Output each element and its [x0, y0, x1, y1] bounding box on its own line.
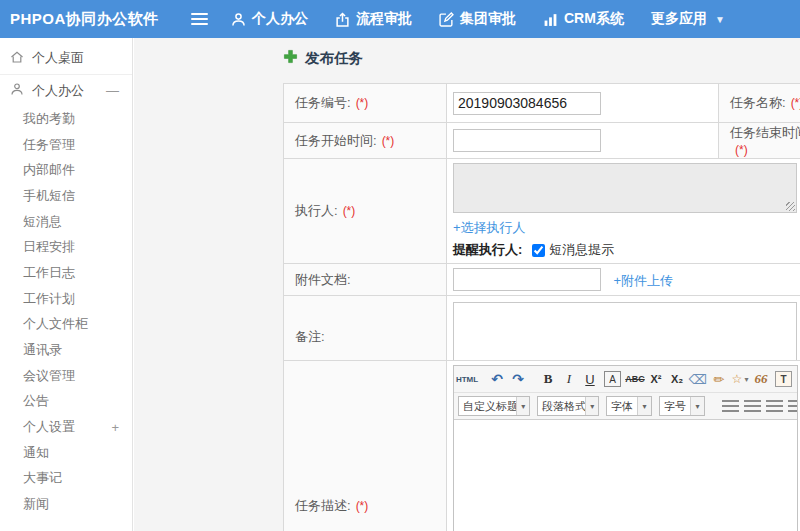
caret-down-icon: ▾ — [690, 397, 704, 415]
sidebar-item-meeting-management[interactable]: 会议管理 — [0, 363, 132, 389]
sidebar-item-milestones[interactable]: 大事记 — [0, 466, 132, 492]
sidebar-item-label: 新闻 — [23, 495, 49, 513]
sidebar-item-label: 通讯录 — [23, 341, 62, 359]
sidebar-item-contacts[interactable]: 通讯录 — [0, 337, 132, 363]
rich-text-editor: HTML ↶ ↷ B I U A ABC X² X₂ ⌫ ✏ — [453, 365, 798, 531]
description-label: 任务描述: — [295, 498, 351, 513]
strikethrough-icon[interactable]: ABC — [626, 369, 644, 389]
form-row-executor: 执行人:(*) +选择执行人 提醒执行人: 短消息提示 — [284, 159, 800, 264]
sidebar: 个人桌面 个人办公 — 我的考勤 任务管理 内部邮件 手机短信 短消息 日程安排… — [0, 38, 133, 531]
font-family-select[interactable]: 字体 ▾ — [606, 396, 652, 416]
font-style-icon[interactable]: A — [604, 371, 621, 387]
nav-more-apps[interactable]: 更多应用 ▼ — [651, 10, 725, 28]
remind-executor-label: 提醒执行人: — [453, 241, 522, 259]
sidebar-item-personal-desktop[interactable]: 个人桌面 — [0, 42, 132, 75]
sidebar-item-label: 个人办公 — [32, 82, 84, 100]
caret-down-icon: ▾ — [637, 397, 651, 415]
align-center-icon[interactable] — [744, 400, 761, 413]
sidebar-item-my-attendance[interactable]: 我的考勤 — [0, 106, 132, 132]
italic-icon[interactable]: I — [560, 369, 578, 389]
sidebar-item-label: 我的考勤 — [23, 110, 75, 128]
sidebar-item-label: 短消息 — [23, 213, 62, 231]
paragraph-format-select[interactable]: 段落格式 ▾ — [537, 396, 599, 416]
sidebar-item-personal-office[interactable]: 个人办公 — — [0, 75, 132, 106]
sidebar-item-short-message[interactable]: 短消息 — [0, 209, 132, 235]
nav-group-approval[interactable]: 集团审批 — [439, 10, 516, 28]
nav-workflow-approval[interactable]: 流程审批 — [335, 10, 412, 28]
redo-icon[interactable]: ↷ — [509, 369, 527, 389]
expand-icon[interactable]: + — [111, 414, 119, 440]
required-mark: (*) — [343, 204, 356, 218]
sidebar-item-personal-settings[interactable]: 个人设置 + — [0, 414, 132, 440]
font-size-select[interactable]: 字号 ▾ — [659, 396, 705, 416]
alignment-group — [722, 400, 797, 413]
executor-label: 执行人: — [295, 203, 338, 218]
required-mark: (*) — [382, 134, 395, 148]
workflow-approval-icon — [335, 12, 350, 27]
format-brush-icon[interactable]: ✏ — [710, 369, 728, 389]
custom-title-select[interactable]: 自定义标题 ▾ — [458, 396, 530, 416]
topbar: PHPOA协同办公软件 个人办公 流程审批 — [0, 0, 800, 38]
task-number-label: 任务编号: — [295, 95, 351, 110]
sidebar-item-announcement[interactable]: 公告 — [0, 389, 132, 415]
app-logo-title: PHPOA协同办公软件 — [10, 0, 159, 38]
editor-content-area[interactable] — [454, 420, 797, 531]
eraser-icon[interactable]: ⌫ — [689, 369, 707, 389]
source-code-icon[interactable]: HTML — [458, 369, 476, 389]
align-justify-icon[interactable] — [788, 400, 797, 413]
sidebar-item-label: 大事记 — [23, 469, 62, 487]
sidebar-item-label: 日程安排 — [23, 238, 75, 256]
phpoa-app: PHPOA协同办公软件 个人办公 流程审批 — [0, 0, 800, 531]
task-description-table: 任务描述:(*) HTML ↶ ↷ B I U A ABC X² — [283, 360, 800, 531]
sidebar-item-work-plan[interactable]: 工作计划 — [0, 286, 132, 312]
superscript-icon[interactable]: X² — [647, 369, 665, 389]
sidebar-item-label: 工作日志 — [23, 264, 75, 282]
executor-textarea[interactable] — [453, 163, 797, 213]
sms-remind-checkbox[interactable] — [532, 244, 545, 257]
sidebar-item-task-management[interactable]: 任务管理 — [0, 132, 132, 158]
form-row-task-number: 任务编号:(*) 任务名称:(*) — [284, 84, 800, 123]
task-number-input[interactable] — [453, 92, 601, 115]
autoformat-icon[interactable]: ☆▾ — [731, 369, 749, 389]
remark-textarea[interactable] — [453, 302, 797, 368]
blockquote-icon[interactable]: 66 — [752, 369, 770, 389]
sidebar-item-label: 个人设置 — [23, 418, 75, 436]
sidebar-item-label: 会议管理 — [23, 367, 75, 385]
end-time-label: 任务结束时间: — [730, 125, 800, 140]
sidebar-item-label: 手机短信 — [23, 187, 75, 205]
caret-down-icon: ▾ — [744, 375, 748, 384]
resize-handle-icon[interactable] — [786, 202, 795, 211]
nav-crm-system[interactable]: CRM系统 — [543, 10, 624, 28]
page-title: 发布任务 — [283, 49, 363, 68]
editor-toolbar-row2: 自定义标题 ▾ 段落格式 ▾ 字体 ▾ 字号 ▾ — [454, 393, 797, 420]
sidebar-item-schedule[interactable]: 日程安排 — [0, 234, 132, 260]
subscript-icon[interactable]: X₂ — [668, 369, 686, 389]
align-left-icon[interactable] — [722, 400, 739, 413]
menu-icon[interactable] — [191, 13, 208, 25]
sidebar-item-work-log[interactable]: 工作日志 — [0, 260, 132, 286]
sidebar-item-news[interactable]: 新闻 — [0, 491, 132, 517]
sidebar-item-label: 通知 — [23, 444, 49, 462]
collapse-icon[interactable]: — — [106, 75, 119, 106]
caret-down-icon: ▼ — [715, 14, 725, 25]
attachment-upload-link[interactable]: +附件上传 — [613, 273, 673, 288]
undo-icon[interactable]: ↶ — [488, 369, 506, 389]
paste-text-icon[interactable]: T — [775, 371, 792, 387]
sidebar-item-internal-mail[interactable]: 内部邮件 — [0, 157, 132, 183]
sidebar-item-personal-files[interactable]: 个人文件柜 — [0, 312, 132, 338]
sidebar-item-notice[interactable]: 通知 — [0, 440, 132, 466]
top-navigation: 个人办公 流程审批 集团审批 — [231, 0, 725, 38]
align-right-icon[interactable] — [766, 400, 783, 413]
underline-icon[interactable]: U — [581, 369, 599, 389]
attachment-input[interactable] — [453, 268, 601, 291]
bold-icon[interactable]: B — [539, 369, 557, 389]
nav-personal-office[interactable]: 个人办公 — [231, 10, 308, 28]
start-time-label: 任务开始时间: — [295, 133, 377, 148]
editor-toolbar-row1: HTML ↶ ↷ B I U A ABC X² X₂ ⌫ ✏ — [454, 366, 797, 393]
nav-label: 集团审批 — [460, 10, 516, 28]
nav-label: 个人办公 — [252, 10, 308, 28]
required-mark: (*) — [791, 96, 800, 110]
sidebar-item-mobile-sms[interactable]: 手机短信 — [0, 183, 132, 209]
choose-executor-link[interactable]: +选择执行人 — [453, 220, 526, 235]
start-time-input[interactable] — [453, 129, 601, 152]
